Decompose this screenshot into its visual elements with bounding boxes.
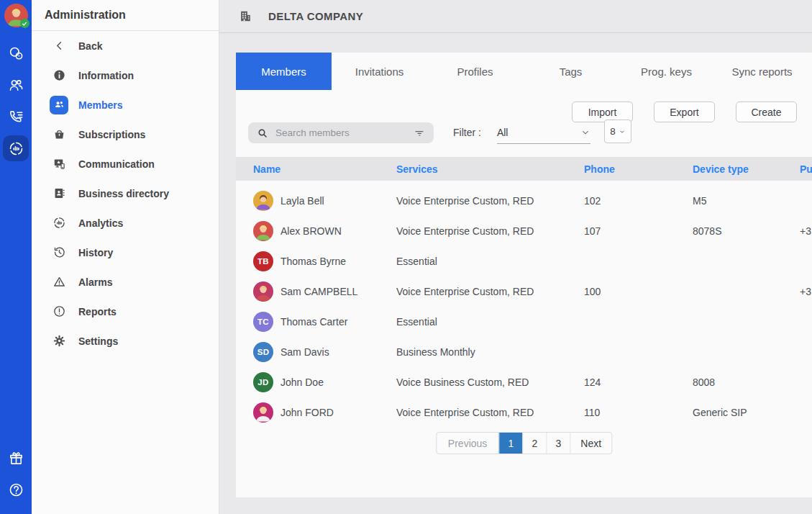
pagination-page-3[interactable]: 3 (546, 433, 570, 454)
member-services: Voice Enterprise Custom, RED (396, 286, 584, 297)
sidebar-item-history[interactable]: History (32, 238, 219, 267)
tab-prog-keys[interactable]: Prog. keys (619, 53, 714, 90)
avatar-initials: TC (257, 317, 269, 326)
column-header-name[interactable]: Name (253, 163, 396, 175)
sidebar-item-alarms[interactable]: Alarms (32, 267, 219, 297)
reports-icon (50, 302, 68, 321)
column-header-phone[interactable]: Phone (584, 163, 693, 175)
pagination-page-2[interactable]: 2 (522, 433, 546, 454)
member-services: Essential (396, 316, 584, 328)
column-header-device-type[interactable]: Device type (693, 163, 800, 175)
tab-invitations[interactable]: Invitations (332, 53, 427, 90)
call-history-icon[interactable] (3, 104, 29, 130)
table-row[interactable]: Layla BellVoice Enterprise Custom, RED10… (236, 186, 812, 216)
member-phone: 124 (584, 377, 693, 388)
sidebar-item-subscriptions[interactable]: Subscriptions (32, 120, 219, 149)
member-services: Business Monthly (396, 346, 584, 358)
member-services: Essential (396, 256, 584, 267)
table-row[interactable]: TCThomas CarterEssential (236, 307, 812, 337)
sidebar-item-label: Communication (78, 158, 155, 170)
sidebar-item-label: History (78, 247, 113, 258)
sidebar-item-business-directory[interactable]: Business directory (32, 179, 219, 208)
member-name-cell: Layla Bell (253, 191, 396, 211)
table-row[interactable]: Sam CAMPBELLVoice Enterprise Custom, RED… (236, 276, 812, 307)
search-box[interactable] (248, 122, 434, 143)
member-avatar: TC (253, 312, 273, 332)
table-row[interactable]: JDJohn DoeVoice Business Custom, RED1248… (236, 367, 812, 397)
table-header: NameServicesPhoneDevice typePu (236, 157, 812, 181)
member-name: Layla Bell (280, 195, 324, 207)
filter-dropdown[interactable]: All (497, 121, 590, 144)
member-name: Sam Davis (280, 346, 329, 358)
table-row[interactable]: John FORDVoice Enterprise Custom, RED110… (236, 397, 812, 428)
sidebar-item-analytics[interactable]: Analytics (32, 208, 219, 238)
table-row[interactable]: TBThomas ByrneEssential (236, 246, 812, 276)
analytics-icon[interactable] (3, 135, 29, 161)
sidebar-item-reports[interactable]: Reports (32, 297, 219, 326)
pagination-next[interactable]: Next (570, 433, 611, 454)
back-icon (50, 37, 68, 55)
member-name: Thomas Byrne (280, 256, 346, 267)
tab-bar: MembersInvitationsProfilesTagsProg. keys… (236, 53, 812, 90)
member-phone: 102 (584, 195, 693, 207)
column-header-pu[interactable]: Pu (800, 163, 812, 175)
tab-profiles[interactable]: Profiles (427, 53, 523, 90)
analytics-icon (50, 214, 68, 233)
user-avatar[interactable] (4, 4, 28, 27)
filter-value: All (497, 127, 508, 138)
tab-sync-reports[interactable]: Sync reports (714, 53, 810, 90)
create-button[interactable]: Create (736, 102, 797, 122)
sidebar-item-label: Analytics (78, 217, 123, 229)
page-size-dropdown[interactable]: 8 (604, 120, 631, 143)
sidebar-item-members[interactable]: Members (32, 90, 219, 120)
gift-icon[interactable] (3, 445, 29, 471)
avatar-initials: SD (257, 348, 270, 356)
member-device-type: M5 (693, 195, 800, 207)
member-avatar: JD (253, 372, 273, 392)
activity-icon[interactable] (3, 40, 29, 66)
tab-tags[interactable]: Tags (523, 53, 619, 90)
filter-list-icon[interactable] (414, 127, 425, 139)
sidebar-item-settings[interactable]: Settings (32, 326, 219, 356)
table-row[interactable]: Alex BROWNVoice Enterprise Custom, RED10… (236, 216, 812, 246)
sidebar-item-back[interactable]: Back (32, 31, 219, 60)
members-table: Layla BellVoice Enterprise Custom, RED10… (236, 181, 812, 428)
sidebar-menu: BackInformationMembersSubscriptionsCommu… (32, 31, 219, 356)
filter-group: Filter : All (453, 120, 590, 145)
member-avatar: TB (253, 251, 273, 271)
table-row[interactable]: SDSam DavisBusiness Monthly (236, 337, 812, 367)
pagination-page-1[interactable]: 1 (498, 433, 522, 454)
member-name-cell: Sam CAMPBELL (253, 281, 396, 302)
filter-label: Filter : (453, 127, 481, 138)
tab-members[interactable]: Members (236, 53, 332, 90)
sidebar-item-label: Members (78, 99, 122, 111)
contacts-icon[interactable] (3, 72, 29, 98)
member-avatar (253, 402, 273, 423)
member-services: Voice Business Custom, RED (396, 377, 584, 388)
avatar-initials: TB (257, 257, 269, 266)
member-services: Voice Enterprise Custom, RED (396, 195, 584, 207)
member-name-cell: TCThomas Carter (253, 312, 396, 332)
member-phone: 100 (584, 286, 693, 297)
export-button[interactable]: Export (654, 102, 715, 122)
help-icon[interactable] (3, 477, 29, 502)
alarms-icon (50, 273, 68, 292)
member-device-type: 8008 (693, 377, 800, 388)
pagination-previous[interactable]: Previous (437, 433, 498, 454)
member-name-cell: SDSam Davis (253, 342, 396, 362)
sidebar-item-label: Settings (78, 335, 118, 347)
member-public-numbers: +3 (800, 286, 812, 297)
sidebar-item-information[interactable]: Information (32, 60, 219, 90)
member-name: John FORD (280, 407, 334, 418)
members-icon (50, 96, 68, 114)
member-device-type: Generic SIP (693, 407, 800, 418)
column-header-services[interactable]: Services (396, 163, 584, 175)
member-name: Alex BROWN (280, 225, 342, 237)
sidebar-item-communication[interactable]: Communication (32, 149, 219, 179)
member-name-cell: TBThomas Byrne (253, 251, 396, 271)
rail-bottom-nav (3, 445, 29, 508)
sidebar-item-label: Information (78, 70, 134, 81)
member-avatar (253, 191, 273, 211)
search-input[interactable] (275, 127, 414, 138)
communication-icon (50, 155, 68, 173)
